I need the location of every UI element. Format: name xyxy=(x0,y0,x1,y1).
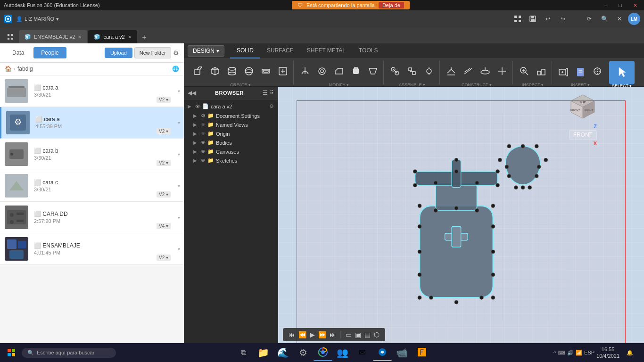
root-settings-icon[interactable]: ⚙ xyxy=(269,103,274,109)
tab-ensamblaje[interactable]: 🧊 ENSAMBLAJE v2 ✕ xyxy=(19,30,87,43)
assemble-btn1[interactable] xyxy=(387,61,404,82)
tree-item-origin[interactable]: ▶ 👁 📁 Origin xyxy=(184,129,278,138)
tab-cara-a[interactable]: 🧊 cara a v2 ✕ xyxy=(88,30,137,43)
construct-btn4[interactable] xyxy=(494,61,511,82)
box-btn[interactable] xyxy=(206,61,223,82)
file-version[interactable]: V2 ▾ xyxy=(157,255,171,261)
keyboard-icon[interactable]: ⌨ xyxy=(558,350,565,356)
named-views-eye-icon[interactable]: 👁 xyxy=(201,122,206,127)
tabs-grid-btn[interactable] xyxy=(4,30,17,43)
extrude-btn[interactable] xyxy=(190,61,206,82)
tab-tools[interactable]: TOOLS xyxy=(352,43,384,58)
people-tab[interactable]: People xyxy=(33,47,66,58)
insert-btn3[interactable] xyxy=(589,61,606,82)
cylinder-btn[interactable] xyxy=(223,61,240,82)
breadcrumb-fabdig[interactable]: fabdig xyxy=(17,66,33,72)
bodies-chevron-icon[interactable]: ▶ xyxy=(193,140,199,145)
file-version[interactable]: V2 ▾ xyxy=(157,97,171,103)
upload-btn[interactable]: Upload xyxy=(105,48,132,58)
list-item[interactable]: ⬜ ENSAMBLAJE 4:01:45 PM V2 ▾ ▾ xyxy=(0,233,184,265)
save-btn[interactable] xyxy=(526,12,539,25)
assemble-btn2[interactable] xyxy=(404,61,421,82)
ensamblaje-tab-close[interactable]: ✕ xyxy=(78,34,82,40)
close-btn[interactable]: ✕ xyxy=(630,2,640,9)
notification-btn[interactable]: 🔔 xyxy=(621,344,638,361)
taskbar-search[interactable]: 🔍 Escribe aquí para buscar xyxy=(22,348,116,358)
breadcrumb-home[interactable]: 🏠 xyxy=(5,66,12,72)
taskbar-task-view[interactable]: ⧉ xyxy=(234,344,253,361)
wifi-icon[interactable]: 📶 xyxy=(576,350,582,356)
prev-frame-btn[interactable]: ⏪ xyxy=(297,330,307,339)
doc-settings-chevron-icon[interactable]: ▶ xyxy=(193,113,199,118)
grid-apps-btn[interactable] xyxy=(511,12,524,25)
shape-edit-3[interactable]: ▤ xyxy=(363,330,372,339)
design-dropdown[interactable]: DESIGN ▾ xyxy=(188,45,224,57)
root-eye-icon[interactable]: 👁 xyxy=(195,104,200,109)
canvas-area[interactable]: TOP RIGHT FRONT Z FRONT X xyxy=(278,87,644,362)
skip-end-btn[interactable]: ⏭ xyxy=(329,330,337,339)
construct-btn2[interactable] xyxy=(460,61,477,82)
tree-item-document-settings[interactable]: ▶ ⚙ 📁 Document Settings xyxy=(184,111,278,120)
assemble-btn3[interactable] xyxy=(421,61,438,82)
system-clock[interactable]: 16:55 10/4/2021 xyxy=(596,346,619,360)
new-component-btn[interactable] xyxy=(274,61,291,82)
shape-edit-1[interactable]: ▭ xyxy=(345,330,353,339)
modify-btn1[interactable] xyxy=(297,61,314,82)
bodies-eye-icon[interactable]: 👁 xyxy=(201,140,206,145)
sphere-btn[interactable] xyxy=(240,61,257,82)
select-btn[interactable] xyxy=(613,62,631,82)
taskbar-teams[interactable]: 👥 xyxy=(333,344,352,361)
root-chevron-icon[interactable]: ▶ xyxy=(188,104,193,109)
pipe-btn[interactable] xyxy=(257,61,274,82)
origin-chevron-icon[interactable]: ▶ xyxy=(193,131,199,136)
inspect-btn2[interactable] xyxy=(533,61,550,82)
stop-sharing-btn[interactable]: Deja de xyxy=(379,2,404,8)
data-tab[interactable]: Data xyxy=(5,47,32,58)
new-folder-btn[interactable]: New Folder xyxy=(134,47,171,58)
canvases-eye-icon[interactable]: 👁 xyxy=(201,149,206,154)
shape-edit-4[interactable]: ⬡ xyxy=(373,330,380,339)
file-version[interactable]: V2 ▾ xyxy=(157,128,171,134)
taskbar-settings[interactable]: ⚙ xyxy=(294,344,313,361)
tree-item-named-views[interactable]: ▶ 👁 📁 Named Views xyxy=(184,120,278,129)
insert-btn1[interactable] xyxy=(555,61,572,82)
search-header-btn[interactable]: 🔍 xyxy=(598,12,611,25)
avatar[interactable]: LM xyxy=(628,13,640,25)
tree-item-bodies[interactable]: ▶ 👁 📁 Bodies xyxy=(184,138,278,147)
sync-btn[interactable]: ⟳ xyxy=(583,12,596,25)
skip-start-btn[interactable]: ⏮ xyxy=(288,330,296,339)
shape-edit-2[interactable]: ▣ xyxy=(354,330,362,339)
modify-btn5[interactable] xyxy=(364,61,381,82)
doc-settings-gear-icon[interactable]: ⚙ xyxy=(201,113,206,119)
sketches-chevron-icon[interactable]: ▶ xyxy=(193,158,199,163)
start-btn[interactable] xyxy=(2,344,21,361)
file-version[interactable]: V4 ▾ xyxy=(157,223,171,229)
front-view-label[interactable]: FRONT xyxy=(569,130,597,140)
lang-indicator[interactable]: ESP xyxy=(584,350,594,355)
breadcrumb-globe-icon[interactable]: 🌐 xyxy=(172,66,179,72)
panel-settings-icon[interactable]: ⚙ xyxy=(173,49,179,57)
browser-menu-icon[interactable]: ☰ xyxy=(263,90,268,96)
modify-btn3[interactable] xyxy=(330,61,347,82)
list-item[interactable]: ⬜ cara c 3/30/21 V2 ▾ ▾ xyxy=(0,170,184,202)
play-btn[interactable]: ▶ xyxy=(309,330,316,339)
browser-drag-icon[interactable]: ⠿ xyxy=(270,90,274,96)
tree-item-canvases[interactable]: ▶ 👁 📁 Canvases xyxy=(184,147,278,156)
construct-btn1[interactable] xyxy=(443,61,460,82)
cara-a-tab-close[interactable]: ✕ xyxy=(128,34,132,40)
insert-btn2[interactable] xyxy=(572,61,589,82)
list-item[interactable]: ⬜ CARA DD 2:57:20 PM V4 ▾ ▾ xyxy=(0,202,184,233)
tree-item-sketches[interactable]: ▶ 👁 📁 Sketches xyxy=(184,156,278,165)
list-item[interactable]: ⚙ ⬜ cara a 4:55:39 PM V2 ▾ ▾ xyxy=(0,107,184,139)
maximize-btn[interactable]: □ xyxy=(616,2,625,8)
taskbar-fusion360[interactable] xyxy=(373,344,392,361)
tab-sheet-metal[interactable]: SHEET METAL xyxy=(300,43,352,58)
taskbar-zoom[interactable]: 📹 xyxy=(393,344,412,361)
file-version[interactable]: V2 ▾ xyxy=(157,191,171,197)
modify-btn4[interactable] xyxy=(347,61,364,82)
taskbar-file-explorer[interactable]: 📁 xyxy=(254,344,273,361)
sketches-eye-icon[interactable]: 👁 xyxy=(201,158,206,163)
canvases-chevron-icon[interactable]: ▶ xyxy=(193,149,199,154)
modify-btn2[interactable] xyxy=(314,61,330,82)
taskbar-mail[interactable]: ✉ xyxy=(353,344,372,361)
